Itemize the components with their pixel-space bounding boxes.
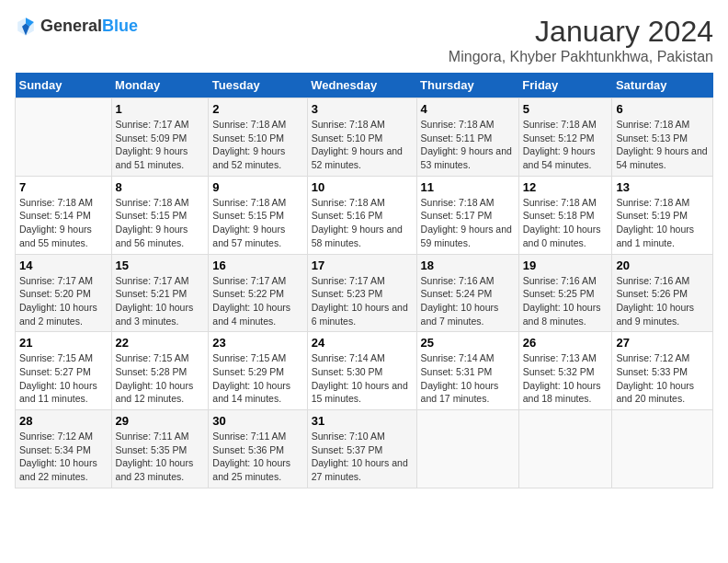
day-number: 22 [116,336,205,350]
calendar-cell: 31Sunrise: 7:10 AMSunset: 5:37 PMDayligh… [307,410,416,488]
calendar-cell: 4Sunrise: 7:18 AMSunset: 5:11 PMDaylight… [416,98,518,177]
day-info: Sunrise: 7:18 AMSunset: 5:17 PMDaylight:… [421,196,515,250]
day-number: 17 [312,259,413,272]
header-monday: Monday [111,73,209,98]
calendar-cell: 28Sunrise: 7:12 AMSunset: 5:34 PMDayligh… [16,410,112,488]
day-info: Sunrise: 7:15 AMSunset: 5:29 PMDaylight:… [212,351,302,406]
header-sunday: Sunday [16,73,112,98]
day-info: Sunrise: 7:12 AMSunset: 5:34 PMDaylight:… [19,430,108,484]
day-info: Sunrise: 7:13 AMSunset: 5:32 PMDaylight:… [523,351,609,406]
calendar-cell: 20Sunrise: 7:16 AMSunset: 5:26 PMDayligh… [612,254,713,332]
calendar-cell: 11Sunrise: 7:18 AMSunset: 5:17 PMDayligh… [416,176,518,254]
calendar-subtitle: Mingora, Khyber Pakhtunkhwa, Pakistan [449,49,713,65]
day-info: Sunrise: 7:18 AMSunset: 5:10 PMDaylight:… [312,118,413,172]
day-info: Sunrise: 7:17 AMSunset: 5:22 PMDaylight:… [212,274,302,328]
day-number: 21 [19,336,108,350]
calendar-week-row: 7Sunrise: 7:18 AMSunset: 5:14 PMDaylight… [16,176,713,254]
calendar-cell: 19Sunrise: 7:16 AMSunset: 5:25 PMDayligh… [518,254,612,332]
calendar-week-row: 14Sunrise: 7:17 AMSunset: 5:20 PMDayligh… [16,254,713,332]
day-number: 23 [212,336,302,350]
calendar-cell: 22Sunrise: 7:15 AMSunset: 5:28 PMDayligh… [111,332,209,410]
calendar-cell: 25Sunrise: 7:14 AMSunset: 5:31 PMDayligh… [416,332,518,410]
day-info: Sunrise: 7:11 AMSunset: 5:36 PMDaylight:… [212,430,302,484]
day-number: 24 [312,336,413,350]
title-block: January 2024 Mingora, Khyber Pakhtunkhwa… [449,15,713,65]
calendar-cell: 14Sunrise: 7:17 AMSunset: 5:20 PMDayligh… [16,254,112,332]
day-number: 2 [212,102,302,116]
day-info: Sunrise: 7:18 AMSunset: 5:15 PMDaylight:… [212,196,302,250]
header-friday: Friday [518,73,612,98]
day-info: Sunrise: 7:14 AMSunset: 5:30 PMDaylight:… [312,351,413,406]
calendar-cell: 7Sunrise: 7:18 AMSunset: 5:14 PMDaylight… [16,176,112,254]
day-info: Sunrise: 7:17 AMSunset: 5:21 PMDaylight:… [116,274,205,328]
calendar-cell: 5Sunrise: 7:18 AMSunset: 5:12 PMDaylight… [518,98,612,177]
day-info: Sunrise: 7:16 AMSunset: 5:24 PMDaylight:… [421,274,515,328]
day-info: Sunrise: 7:14 AMSunset: 5:31 PMDaylight:… [421,351,515,406]
day-info: Sunrise: 7:10 AMSunset: 5:37 PMDaylight:… [312,430,413,484]
day-number: 9 [212,180,302,194]
day-number: 10 [312,180,413,194]
calendar-cell: 26Sunrise: 7:13 AMSunset: 5:32 PMDayligh… [518,332,612,410]
header-wednesday: Wednesday [307,73,416,98]
day-number: 18 [421,259,515,272]
calendar-week-row: 1Sunrise: 7:17 AMSunset: 5:09 PMDaylight… [16,98,713,177]
logo-blue: Blue [102,17,138,35]
day-number: 1 [116,102,205,116]
calendar-cell: 27Sunrise: 7:12 AMSunset: 5:33 PMDayligh… [612,332,713,410]
day-number: 19 [523,259,609,272]
day-number: 27 [616,336,709,350]
header-saturday: Saturday [612,73,713,98]
header-tuesday: Tuesday [209,73,307,98]
calendar-cell: 2Sunrise: 7:18 AMSunset: 5:10 PMDaylight… [209,98,307,177]
day-info: Sunrise: 7:18 AMSunset: 5:14 PMDaylight:… [19,196,108,250]
day-number: 16 [212,259,302,272]
day-info: Sunrise: 7:18 AMSunset: 5:12 PMDaylight:… [523,118,609,172]
logo: GeneralBlue [15,15,138,37]
day-info: Sunrise: 7:18 AMSunset: 5:13 PMDaylight:… [616,118,709,172]
calendar-header-row: SundayMondayTuesdayWednesdayThursdayFrid… [16,73,713,98]
day-number: 12 [523,180,609,194]
day-number: 30 [212,414,302,428]
day-info: Sunrise: 7:18 AMSunset: 5:15 PMDaylight:… [116,196,205,250]
calendar-cell: 1Sunrise: 7:17 AMSunset: 5:09 PMDaylight… [111,98,209,177]
day-number: 25 [421,336,515,350]
day-number: 11 [421,180,515,194]
day-number: 4 [421,102,515,116]
logo-general: General [40,17,102,35]
calendar-cell: 15Sunrise: 7:17 AMSunset: 5:21 PMDayligh… [111,254,209,332]
calendar-cell: 17Sunrise: 7:17 AMSunset: 5:23 PMDayligh… [307,254,416,332]
calendar-cell [16,98,112,177]
logo-text: GeneralBlue [40,17,138,36]
calendar-cell [416,410,518,488]
calendar-week-row: 21Sunrise: 7:15 AMSunset: 5:27 PMDayligh… [16,332,713,410]
day-number: 20 [616,259,709,272]
day-number: 29 [116,414,205,428]
day-number: 15 [116,259,205,272]
day-number: 7 [19,180,108,194]
calendar-cell [518,410,612,488]
calendar-cell: 30Sunrise: 7:11 AMSunset: 5:36 PMDayligh… [209,410,307,488]
day-info: Sunrise: 7:12 AMSunset: 5:33 PMDaylight:… [616,351,709,406]
day-info: Sunrise: 7:18 AMSunset: 5:18 PMDaylight:… [523,196,609,250]
day-info: Sunrise: 7:17 AMSunset: 5:23 PMDaylight:… [312,274,413,328]
calendar-cell: 29Sunrise: 7:11 AMSunset: 5:35 PMDayligh… [111,410,209,488]
day-info: Sunrise: 7:18 AMSunset: 5:16 PMDaylight:… [312,196,413,250]
calendar-cell: 6Sunrise: 7:18 AMSunset: 5:13 PMDaylight… [612,98,713,177]
calendar-week-row: 28Sunrise: 7:12 AMSunset: 5:34 PMDayligh… [16,410,713,488]
day-info: Sunrise: 7:17 AMSunset: 5:20 PMDaylight:… [19,274,108,328]
calendar-cell: 24Sunrise: 7:14 AMSunset: 5:30 PMDayligh… [307,332,416,410]
day-number: 8 [116,180,205,194]
calendar-cell: 8Sunrise: 7:18 AMSunset: 5:15 PMDaylight… [111,176,209,254]
day-number: 14 [19,259,108,272]
day-number: 6 [616,102,709,116]
day-info: Sunrise: 7:18 AMSunset: 5:11 PMDaylight:… [421,118,515,172]
page-header: GeneralBlue January 2024 Mingora, Khyber… [15,15,713,65]
header-thursday: Thursday [416,73,518,98]
calendar-cell: 12Sunrise: 7:18 AMSunset: 5:18 PMDayligh… [518,176,612,254]
calendar-cell: 10Sunrise: 7:18 AMSunset: 5:16 PMDayligh… [307,176,416,254]
day-info: Sunrise: 7:15 AMSunset: 5:27 PMDaylight:… [19,351,108,406]
calendar-cell: 16Sunrise: 7:17 AMSunset: 5:22 PMDayligh… [209,254,307,332]
calendar-cell: 13Sunrise: 7:18 AMSunset: 5:19 PMDayligh… [612,176,713,254]
calendar-cell: 3Sunrise: 7:18 AMSunset: 5:10 PMDaylight… [307,98,416,177]
day-number: 28 [19,414,108,428]
